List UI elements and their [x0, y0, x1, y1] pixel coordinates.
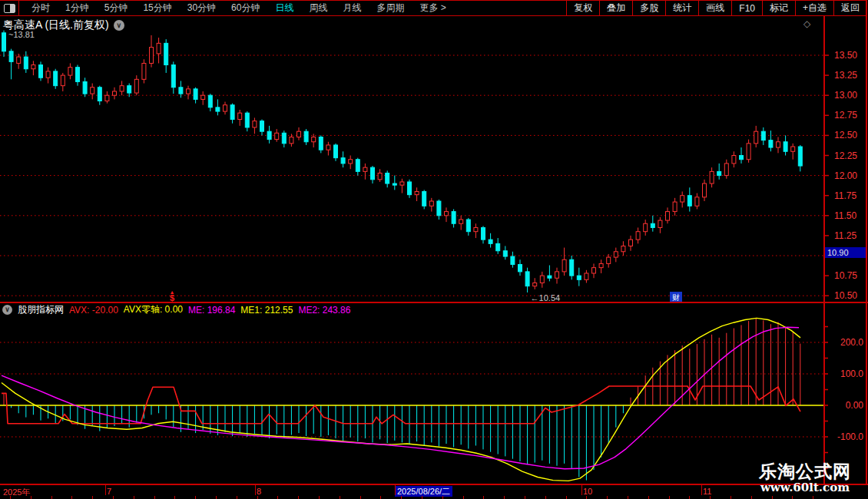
svg-text:11.50: 11.50	[834, 210, 856, 221]
minor-tick	[71, 496, 72, 499]
svg-text:10.75: 10.75	[834, 270, 857, 281]
period-button-日线[interactable]: 日线	[267, 2, 301, 15]
minor-tick	[319, 496, 320, 499]
period-button-周线[interactable]: 周线	[301, 2, 335, 15]
indicator-header: ∨ 股朋指标网 AVX: -20.00AVX零轴: 0.00ME: 196.84…	[2, 304, 350, 316]
minor-tick	[813, 496, 813, 499]
watermark: 乐淘公式网 www.60lt.com	[759, 461, 851, 494]
action-button-画线[interactable]: 画线	[698, 1, 731, 15]
indicator-axis-labels: 200.0100.00.00-100.0	[824, 327, 863, 469]
action-button-多股[interactable]: 多股	[632, 1, 665, 15]
minor-tick	[31, 496, 31, 499]
candlestick-chart[interactable]: 13.5013.2513.0012.7512.5012.2512.0011.75…	[0, 16, 868, 302]
candles-group	[2, 31, 803, 292]
minor-tick	[257, 496, 258, 499]
svg-text:11.25: 11.25	[834, 230, 856, 241]
action-button-+自选[interactable]: +自选	[795, 1, 833, 15]
svg-text:13.50: 13.50	[834, 50, 857, 61]
action-button-统计[interactable]: 统计	[665, 1, 698, 15]
action-button-F10[interactable]: F10	[731, 1, 762, 15]
selected-date-tag: 2025/08/26/二	[395, 486, 452, 497]
panel-toggle-icon	[4, 4, 15, 13]
period-button-月线[interactable]: 月线	[335, 2, 369, 15]
period-button-15分钟[interactable]: 15分钟	[135, 2, 179, 15]
minor-tick	[380, 496, 381, 499]
minor-tick	[504, 496, 505, 499]
month-label: 11	[703, 487, 711, 496]
time-axis[interactable]: 2025年 2025/08/26/二 781011	[0, 484, 868, 499]
top-toolbar: 分时1分钟5分钟15分钟30分钟60分钟日线周线月线多周期更多 > 复权叠加多股…	[0, 0, 866, 16]
minor-tick	[751, 496, 752, 499]
dollar-marker: ▲$	[170, 289, 175, 302]
month-label: 8	[257, 487, 261, 496]
minor-tick	[216, 496, 217, 499]
panel-toggle-button[interactable]	[0, 1, 19, 15]
svg-text:12.75: 12.75	[834, 110, 857, 121]
month-tick	[255, 485, 256, 495]
svg-text:10.50: 10.50	[834, 290, 857, 301]
svg-text:13.00: 13.00	[834, 90, 857, 101]
period-button-5分钟[interactable]: 5分钟	[97, 2, 136, 15]
minor-tick	[792, 496, 793, 499]
minor-tick	[51, 496, 52, 499]
period-button-60分钟[interactable]: 60分钟	[224, 2, 267, 15]
minor-tick	[772, 496, 773, 499]
svg-text:12.25: 12.25	[834, 150, 857, 161]
year-label: 2025年	[3, 487, 30, 498]
symbol-title: 粤高速A (日线.前复权)	[3, 18, 109, 32]
svg-text:12.50: 12.50	[834, 130, 857, 140]
minor-tick	[92, 496, 93, 499]
minor-tick	[525, 496, 525, 499]
cai-marker-badge: 财	[670, 292, 682, 302]
action-button-叠加[interactable]: 叠加	[599, 1, 632, 15]
minor-tick	[628, 496, 628, 499]
minor-tick	[174, 496, 175, 499]
action-button-标记[interactable]: 标记	[762, 1, 795, 15]
indicator-value-label: ME2: 243.86	[298, 305, 350, 316]
indicator-chart[interactable]: 200.0100.00.00-100.0	[0, 302, 868, 484]
minor-tick	[10, 496, 11, 499]
app-window: 分时1分钟5分钟15分钟30分钟60分钟日线周线月线多周期更多 > 复权叠加多股…	[0, 0, 868, 499]
month-tick	[105, 485, 106, 495]
me-line	[2, 327, 799, 469]
minor-tick	[463, 496, 464, 499]
current-price-tag: 10.90	[825, 247, 866, 258]
chevron-down-icon[interactable]: ∨	[114, 20, 124, 31]
price-axis-line	[823, 16, 825, 499]
indicator-value-label: ME: 196.84	[188, 305, 235, 316]
indicator-value-label: AVX零轴: 0.00	[124, 303, 183, 316]
svg-text:11.75: 11.75	[834, 190, 856, 201]
period-button-30分钟[interactable]: 30分钟	[180, 2, 224, 15]
minor-tick	[566, 496, 567, 499]
minor-tick	[195, 496, 196, 499]
svg-text:13.25: 13.25	[834, 70, 857, 81]
svg-text:12.00: 12.00	[834, 170, 857, 181]
indicator-name[interactable]: 股朋指标网	[18, 303, 64, 316]
period-button-1分钟[interactable]: 1分钟	[58, 2, 97, 15]
svg-text:◇: ◇	[803, 18, 811, 29]
svg-text:0.00: 0.00	[846, 400, 864, 411]
minor-tick	[340, 496, 340, 499]
minor-tick	[483, 496, 484, 499]
period-button-分时[interactable]: 分时	[24, 2, 58, 15]
chart-title-row: 粤高速A (日线.前复权) ∨	[3, 18, 124, 32]
period-button-更多 >[interactable]: 更多 >	[412, 2, 453, 15]
period-buttons: 分时1分钟5分钟15分钟30分钟60分钟日线周线月线多周期更多 >	[19, 1, 454, 15]
svg-text:10.90: 10.90	[827, 248, 849, 257]
minor-tick	[442, 496, 443, 499]
action-button-返回[interactable]: 返回	[833, 1, 866, 15]
minor-tick	[154, 496, 155, 499]
minor-tick	[607, 496, 608, 499]
minor-tick	[298, 496, 299, 499]
minor-tick	[277, 496, 278, 499]
chevron-down-icon[interactable]: ∨	[2, 305, 12, 315]
period-button-多周期[interactable]: 多周期	[369, 2, 412, 15]
minor-tick	[401, 496, 402, 499]
watermark-site-name: 乐淘公式网	[759, 461, 851, 481]
minor-tick	[113, 496, 114, 499]
svg-text:100.0: 100.0	[840, 368, 863, 379]
action-button-复权[interactable]: 复权	[566, 1, 599, 15]
minor-tick	[545, 496, 546, 499]
svg-text:200.0: 200.0	[840, 337, 863, 348]
right-border-line	[866, 0, 867, 499]
